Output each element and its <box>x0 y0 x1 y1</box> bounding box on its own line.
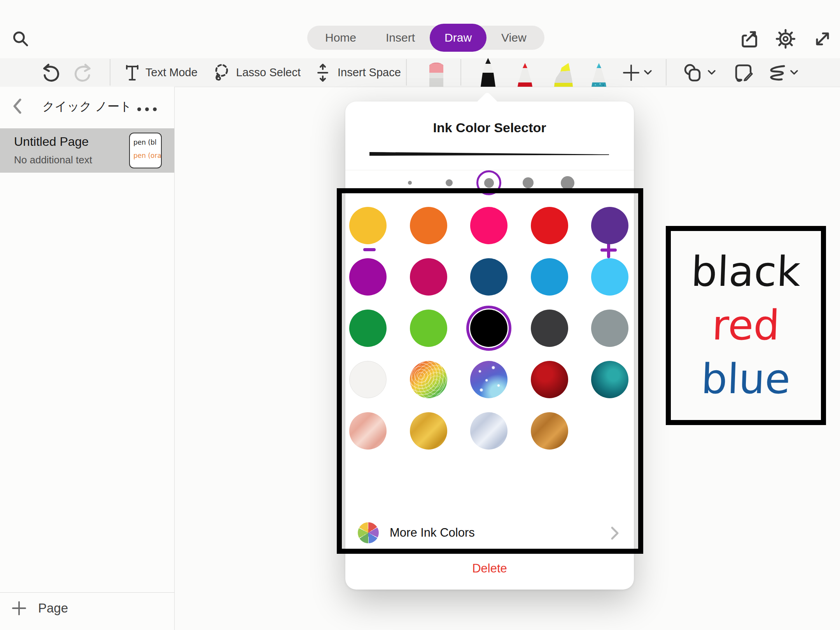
popup-divider <box>345 549 634 549</box>
tab-insert[interactable]: Insert <box>371 26 430 50</box>
swatch-gray[interactable] <box>591 310 628 347</box>
swatch-dark-gray[interactable] <box>531 310 568 347</box>
eraser-tool[interactable] <box>426 60 446 87</box>
tab-home[interactable]: Home <box>310 26 371 50</box>
search-button[interactable] <box>9 28 31 50</box>
search-icon <box>10 29 30 49</box>
swatch-white[interactable] <box>349 361 387 398</box>
swatch-purple[interactable] <box>591 207 628 244</box>
expand-icon <box>812 29 833 49</box>
swatch-silver[interactable] <box>470 412 508 450</box>
pen-teal[interactable] <box>589 62 609 87</box>
shapes-button[interactable] <box>683 58 716 87</box>
swatch-gold[interactable] <box>349 207 387 244</box>
more-ink-colors-button[interactable]: More Ink Colors <box>345 521 634 546</box>
page-thumbnail: pen (blpen (ora <box>129 133 162 168</box>
stroke-size-row <box>345 170 634 203</box>
yellow-highlighter-icon <box>552 61 575 87</box>
lasso-select-label: Lasso Select <box>236 66 301 79</box>
ink-to-text-button[interactable] <box>733 58 754 87</box>
ink-word-red: red <box>711 302 780 349</box>
sidebar-divider <box>0 592 174 593</box>
stroke-size-4[interactable] <box>523 177 534 188</box>
thumbnail-ink-line: pen (ora <box>133 149 161 162</box>
chevron-down-icon <box>644 70 652 75</box>
lasso-select-button[interactable]: Lasso Select <box>212 58 301 87</box>
swatch-bronze[interactable] <box>531 412 568 450</box>
swatch-light-blue[interactable] <box>591 258 628 296</box>
stroke-size-3[interactable] <box>484 178 494 188</box>
swatch-dark-blue[interactable] <box>470 258 508 296</box>
swatch-rose-gold[interactable] <box>349 412 387 450</box>
stroke-size-1[interactable] <box>408 181 412 185</box>
swatch-magenta[interactable] <box>349 258 387 296</box>
swatch-blue[interactable] <box>531 258 568 296</box>
swatch-raspberry[interactable] <box>410 258 447 296</box>
pen-black-selected[interactable] <box>478 57 499 87</box>
stroke-size-2[interactable] <box>446 179 453 186</box>
text-mode-icon <box>124 64 140 81</box>
toolbar-divider <box>406 59 407 86</box>
plus-icon <box>12 601 26 616</box>
swatch-galaxy[interactable] <box>470 361 508 398</box>
ellipsis-icon <box>136 107 158 112</box>
decrease-size-button[interactable] <box>363 248 376 251</box>
stroke-preview <box>361 147 618 160</box>
highlighter-yellow[interactable] <box>552 61 575 87</box>
swatch-black[interactable] <box>470 310 508 347</box>
swatch-garnet[interactable] <box>531 361 568 398</box>
more-ink-colors-label: More Ink Colors <box>390 521 475 545</box>
thumbnail-ink-line: pen (bl <box>133 136 161 149</box>
pen-red[interactable] <box>515 62 535 87</box>
insert-space-label: Insert Space <box>338 66 401 79</box>
ink-color-selector-popup: Ink Color Selector More Ink Colors Delet… <box>345 102 634 590</box>
page-title: Untitled Page <box>14 135 89 149</box>
add-page-label: Page <box>38 601 68 616</box>
ink-word-black: black <box>690 248 802 296</box>
insert-space-icon <box>313 63 332 82</box>
expand-button[interactable] <box>812 28 833 50</box>
undo-button[interactable] <box>40 62 61 84</box>
color-wheel-icon <box>358 522 379 543</box>
chevron-down-icon <box>790 70 798 75</box>
plus-icon <box>622 64 640 82</box>
section-menu-button[interactable] <box>136 98 158 120</box>
insert-space-button[interactable]: Insert Space <box>313 58 401 87</box>
swatch-rainbow-glitter[interactable] <box>410 361 447 398</box>
add-pen-button[interactable] <box>622 58 652 87</box>
toolbar-divider <box>110 59 110 86</box>
top-bar: HomeInsertDrawView <box>0 0 840 58</box>
ink-words: blackredblue <box>666 226 826 425</box>
swatch-pink[interactable] <box>470 207 508 244</box>
settings-gear-icon <box>775 29 796 49</box>
scribble-button[interactable] <box>765 58 798 87</box>
sidebar: クイック ノート Untitled Page No additional tex… <box>0 87 175 630</box>
page-list-item-selected[interactable]: Untitled Page No additional text pen (bl… <box>0 128 174 173</box>
swatch-red[interactable] <box>531 207 568 244</box>
increase-size-button[interactable] <box>600 242 617 258</box>
redo-button[interactable] <box>72 62 94 84</box>
swatch-light-green[interactable] <box>410 310 447 347</box>
text-mode-label: Text Mode <box>145 66 198 79</box>
teal-pen-icon <box>589 62 609 87</box>
ink-to-text-icon <box>733 63 754 83</box>
chevron-right-icon <box>611 526 619 540</box>
delete-pen-button[interactable]: Delete <box>345 555 634 582</box>
red-pen-icon <box>515 62 535 87</box>
settings-button[interactable] <box>775 28 796 50</box>
add-page-button[interactable]: Page <box>12 601 68 616</box>
text-mode-button[interactable]: Text Mode <box>124 58 198 87</box>
popup-title: Ink Color Selector <box>345 120 634 135</box>
tab-draw[interactable]: Draw <box>430 24 486 52</box>
share-button[interactable] <box>738 28 760 50</box>
tab-view[interactable]: View <box>486 26 541 50</box>
page-subtitle: No additional text <box>14 154 92 166</box>
swatch-gold-metallic[interactable] <box>410 412 447 450</box>
black-pen-icon <box>478 57 499 87</box>
swatch-teal-stone[interactable] <box>591 361 628 398</box>
tab-bar: HomeInsertDrawView <box>307 26 544 50</box>
swatch-orange[interactable] <box>410 207 447 244</box>
lasso-select-icon <box>212 63 231 82</box>
swatch-green[interactable] <box>349 310 387 347</box>
stroke-size-5[interactable] <box>561 176 574 190</box>
